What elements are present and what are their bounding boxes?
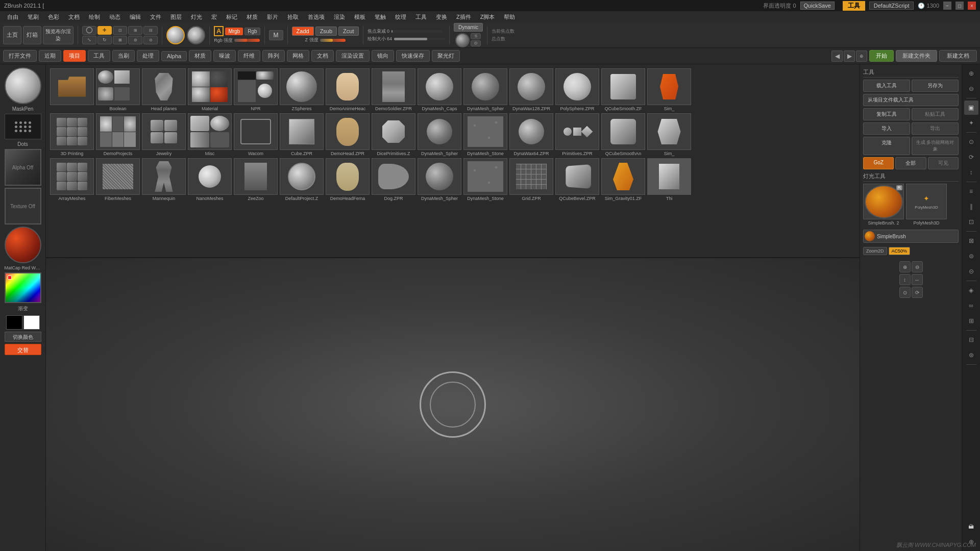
list-item[interactable]: DemoHead.ZPR: [326, 113, 370, 156]
list-item[interactable]: Jewelry: [142, 113, 186, 156]
tool-ctrl6[interactable]: ⊝: [143, 36, 158, 44]
menu-help[interactable]: 帮助: [500, 12, 519, 22]
copy-tool-button[interactable]: 复制工具: [863, 108, 910, 120]
list-item[interactable]: Head planes: [142, 68, 186, 111]
list-item[interactable]: Mannequin: [142, 158, 186, 201]
list-item[interactable]: DynaWax128.ZPR: [509, 68, 553, 111]
tool-ctrl2[interactable]: ⊞: [128, 26, 142, 35]
list-item[interactable]: QCubeSmoothAn: [601, 113, 645, 156]
flat-mode-btn[interactable]: [187, 26, 205, 44]
action-btn-6[interactable]: ⟳: [912, 287, 923, 298]
brush-preview[interactable]: [5, 67, 41, 104]
move-mode-btn[interactable]: ✛: [97, 26, 112, 35]
list-item[interactable]: DemoHeadFema: [326, 158, 370, 201]
menu-dynamic[interactable]: 动态: [105, 12, 125, 22]
tab-document[interactable]: 文档: [311, 50, 334, 62]
zoom2d-button[interactable]: Zoom2D: [863, 247, 887, 255]
all-button[interactable]: 全部: [895, 157, 926, 169]
export-button[interactable]: 导出: [912, 122, 959, 135]
list-item[interactable]: DynaWax64.ZPR: [509, 113, 553, 156]
menu-render[interactable]: 渲染: [330, 12, 349, 22]
m-button[interactable]: M: [269, 30, 283, 40]
far-right-icon-2[interactable]: ⊖: [964, 82, 978, 96]
open-start-button[interactable]: 开始: [869, 50, 894, 62]
brush-size-indicator[interactable]: [455, 33, 470, 47]
list-item[interactable]: Boolean: [96, 68, 140, 111]
far-right-icon-12[interactable]: ⊜: [964, 249, 978, 263]
far-right-icon-9[interactable]: ∥: [964, 199, 978, 214]
far-right-icon-7[interactable]: ↕: [964, 165, 978, 180]
menu-brush[interactable]: 笔刷: [23, 12, 43, 22]
action-btn-1[interactable]: ⊕: [899, 261, 911, 272]
rgb-button[interactable]: Rgb: [244, 28, 260, 35]
far-right-icon-3[interactable]: ▣: [964, 101, 978, 115]
matcap-preview[interactable]: [5, 227, 41, 263]
menu-material[interactable]: 材质: [242, 12, 262, 22]
menu-transform[interactable]: 变换: [432, 12, 451, 22]
tab-tool[interactable]: 工具: [88, 50, 110, 62]
action-btn-4[interactable]: ↔: [912, 274, 923, 285]
percent-button[interactable]: AC50%: [889, 247, 911, 255]
menu-stroke[interactable]: 笔触: [371, 12, 390, 22]
list-item[interactable]: DynaMesh_Spher: [463, 68, 507, 111]
action-btn-5[interactable]: ⊙: [899, 287, 911, 298]
list-item[interactable]: DemoSoldier.ZPR: [372, 68, 415, 111]
menu-marker[interactable]: 标记: [222, 12, 241, 22]
scale-mode-btn[interactable]: ⤡: [82, 36, 96, 44]
white-swatch[interactable]: [23, 315, 40, 330]
stroke-preview[interactable]: [5, 114, 41, 139]
tab-spotlight[interactable]: 聚光灯: [432, 50, 460, 62]
save-tool-button[interactable]: 另存为: [912, 80, 959, 92]
nav-forward[interactable]: ▶: [844, 51, 855, 62]
focal-shift-slider[interactable]: [391, 30, 443, 33]
far-right-icon-16[interactable]: ⊞: [964, 314, 978, 328]
list-item[interactable]: Wacom: [234, 113, 278, 156]
far-right-icon-6[interactable]: ⟳: [964, 150, 978, 164]
goz-button[interactable]: GoZ: [863, 157, 894, 169]
far-right-icon-15[interactable]: ∞: [964, 298, 978, 313]
polymesh3d-tool-item[interactable]: ✦ PolyMesh3D PolyMesh3D: [906, 184, 947, 226]
color-picker[interactable]: [5, 272, 41, 303]
paste-tool-button[interactable]: 粘贴工具: [912, 108, 959, 120]
far-right-icon-19[interactable]: 🏔: [964, 519, 978, 534]
tab-fiber[interactable]: 纤维: [238, 50, 260, 62]
menu-zscript[interactable]: Z脚本: [476, 12, 499, 22]
list-item[interactable]: DefaultProject.Z: [280, 158, 324, 201]
list-item[interactable]: DicePrimitives.Z: [372, 113, 415, 156]
action-btn-3[interactable]: ↕: [899, 274, 911, 285]
mrgb-button[interactable]: Mrgb: [225, 28, 243, 35]
tool-ctrl5[interactable]: ⊜: [128, 36, 142, 44]
rotate-mode-btn[interactable]: ↻: [97, 36, 112, 44]
draw-size-slider[interactable]: [394, 38, 445, 40]
menu-draw[interactable]: 绘制: [85, 12, 104, 22]
list-item[interactable]: QCubeBevel.ZPR: [555, 158, 599, 201]
draw-mode-btn[interactable]: [82, 26, 96, 35]
exchange-button[interactable]: 交替: [5, 344, 41, 355]
texture-preview[interactable]: Texture Off: [5, 188, 41, 224]
tab-mirror[interactable]: 镜向: [372, 50, 394, 62]
menu-preferences[interactable]: 首选项: [304, 12, 329, 22]
list-item[interactable]: Thi: [647, 158, 691, 201]
far-right-icon-5[interactable]: ⊙: [964, 135, 978, 149]
menu-layer[interactable]: 图层: [166, 12, 186, 22]
list-item[interactable]: DemoAnimeHeac: [326, 68, 370, 111]
menu-tool[interactable]: 工具: [411, 12, 431, 22]
tab-render-settings[interactable]: 渲染设置: [336, 50, 370, 62]
menu-ziyou[interactable]: 自由: [3, 12, 22, 22]
tab-noise[interactable]: 噪波: [213, 50, 236, 62]
tab-material[interactable]: 材质: [189, 50, 211, 62]
tab-alpha[interactable]: Alpha: [161, 51, 187, 61]
nav-special[interactable]: ⊕: [856, 51, 867, 62]
list-item[interactable]: Grid.ZPR: [509, 158, 553, 201]
tab-open-file[interactable]: 打开文件: [3, 50, 37, 62]
far-right-icon-17[interactable]: ⊟: [964, 333, 978, 347]
list-item[interactable]: Material: [188, 68, 232, 111]
from-project-button[interactable]: 从项目文件载入工具: [863, 94, 959, 106]
list-item[interactable]: Misc: [188, 113, 232, 156]
window-minimize[interactable]: −: [943, 2, 951, 10]
far-right-icon-8[interactable]: ≡: [964, 184, 978, 198]
simplebash-tool-item[interactable]: R SimpleBrush. 2: [863, 184, 904, 226]
menu-light[interactable]: 灯光: [187, 12, 206, 22]
far-right-icon-10[interactable]: ⊡: [964, 215, 978, 229]
home-button[interactable]: 土页: [3, 26, 21, 44]
